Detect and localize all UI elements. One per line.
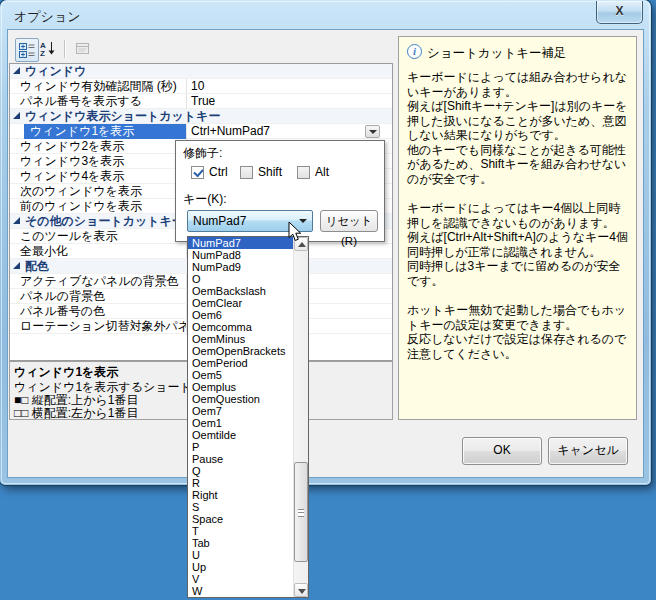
ctrl-checkbox[interactable] [191,166,204,179]
value-dropdown-button[interactable] [365,125,380,138]
dropdown-item[interactable]: V [188,573,308,585]
help-sentence: キーボードによっては組み合わせられないキーがあります。 [407,70,631,99]
dropdown-item[interactable]: OemBackslash [188,285,308,297]
dropdown-item[interactable]: NumPad9 [188,261,308,273]
shift-checkbox-label: Shift [258,166,282,179]
toolbar-separator [64,40,66,58]
dropdown-item[interactable]: Oemtilde [188,429,308,441]
svg-text:Z: Z [40,49,45,57]
list-scrollbar[interactable] [293,237,308,597]
dropdown-arrow-icon [369,130,377,134]
reset-button[interactable]: リセット(R) [320,210,378,232]
key-dropdown-list: NumPad7NumPad8NumPad9OOemBackslashOemCle… [187,236,309,598]
dropdown-item[interactable]: Oem5 [188,369,308,381]
dropdown-item[interactable]: OemQuestion [188,393,308,405]
dropdown-item[interactable]: Oem1 [188,417,308,429]
dropdown-item[interactable]: P [188,441,308,453]
help-sentence: 同時押しは3キーまでに留めるのが安全です。 [407,259,631,288]
alt-checkbox-label: Alt [315,166,329,179]
dropdown-item[interactable]: NumPad8 [188,249,308,261]
expander-icon [13,67,20,74]
dropdown-item[interactable]: S [188,501,308,513]
property-pages-button [72,38,94,60]
modifier-label: 修飾子: [183,145,222,162]
help-sentence: 例えば[Shiftキー+テンキー]は別のキーを押した扱いになることが多いため、意… [407,99,631,143]
close-button[interactable]: X [596,1,643,24]
desktop: オプション X A Z [0,0,656,600]
dropdown-item[interactable]: Tab [188,537,308,549]
shortcut-editor-popup: 修飾子: Ctrl Shift Alt キー(K): NumPad7 リセット(… [175,140,385,242]
dropdown-item[interactable]: OemMinus [188,333,308,345]
dropdown-item[interactable]: Up [188,561,308,573]
key-combobox-value: NumPad7 [193,214,246,228]
dropdown-item[interactable]: W [188,585,308,597]
grid-row-selected[interactable]: ウィンドウ1を表示 Ctrl+NumPad7 [10,124,392,139]
dropdown-item[interactable]: OemPeriod [188,357,308,369]
help-panel: i ショートカットキー補足 キーボードによっては組み合わせられないキーがあります… [398,36,637,420]
dropdown-item[interactable]: Right [188,489,308,501]
expander-icon [13,112,20,119]
categorized-view-button[interactable] [15,38,39,62]
dropdown-item[interactable]: Pause [188,453,308,465]
alphabetical-view-button[interactable]: A Z [37,38,59,60]
grid-row[interactable]: ウィンドウ有効確認間隔 (秒)10 [10,79,392,94]
dropdown-item[interactable]: U [188,549,308,561]
help-sentence: 他のキーでも同様なことが起きる可能性があるため、Shiftキーを組み合わせないの… [407,143,631,187]
help-body: キーボードによっては組み合わせられないキーがあります。 例えば[Shiftキー+… [407,70,631,361]
dialog-client-area: A Z ウィンドウ ウィンドウ有効確認間隔 (秒)10 パネル [8,30,643,477]
alt-checkbox[interactable] [297,166,310,179]
cancel-button[interactable]: キャンセル [548,437,628,465]
dropdown-item[interactable]: Oem6 [188,309,308,321]
ok-button[interactable]: OK [462,437,542,465]
dropdown-item[interactable]: O [188,273,308,285]
options-dialog: オプション X A Z [0,0,651,485]
dropdown-item[interactable]: R [188,477,308,489]
ctrl-checkbox-label: Ctrl [209,166,228,179]
dropdown-item[interactable]: Q [188,465,308,477]
scroll-down-button[interactable] [294,583,308,597]
dropdown-item[interactable]: Space [188,513,308,525]
dropdown-item[interactable]: Oemcomma [188,321,308,333]
dropdown-item[interactable]: OemClear [188,297,308,309]
mouse-cursor [288,221,302,246]
dropdown-item[interactable]: Oem7 [188,405,308,417]
grid-row[interactable]: パネル番号を表示するTrue [10,94,392,109]
description-layout-row: □□ 横配置:左から1番目 [14,405,138,420]
help-title: ショートカットキー補足 [427,45,567,62]
help-sentence: 反応しないだけで設定は保存されるので注意してください。 [407,332,631,361]
scrollbar-thumb[interactable] [294,462,308,562]
expander-icon [13,262,20,269]
grid-category-row[interactable]: ウィンドウ表示ショートカットキー [10,109,392,124]
key-label: キー(K): [183,191,227,208]
help-sentence: キーボードによってはキー4個以上同時押しを認識できないものがあります。 [407,201,631,230]
window-title: オプション [14,8,81,26]
dropdown-item[interactable]: T [188,525,308,537]
dropdown-item[interactable]: Oemplus [188,381,308,393]
help-sentence: 例えば[Ctrl+Alt+Shift+A]のようなキー4個同時押しが正常に認識さ… [407,230,631,259]
expander-icon [13,217,20,224]
help-sentence: ホットキー無効で起動した場合でもホットキーの設定は変更できます。 [407,303,631,332]
dropdown-item[interactable]: OemOpenBrackets [188,345,308,357]
shift-checkbox[interactable] [240,166,253,179]
grid-category-row[interactable]: ウィンドウ [10,64,392,79]
info-icon: i [407,44,422,59]
